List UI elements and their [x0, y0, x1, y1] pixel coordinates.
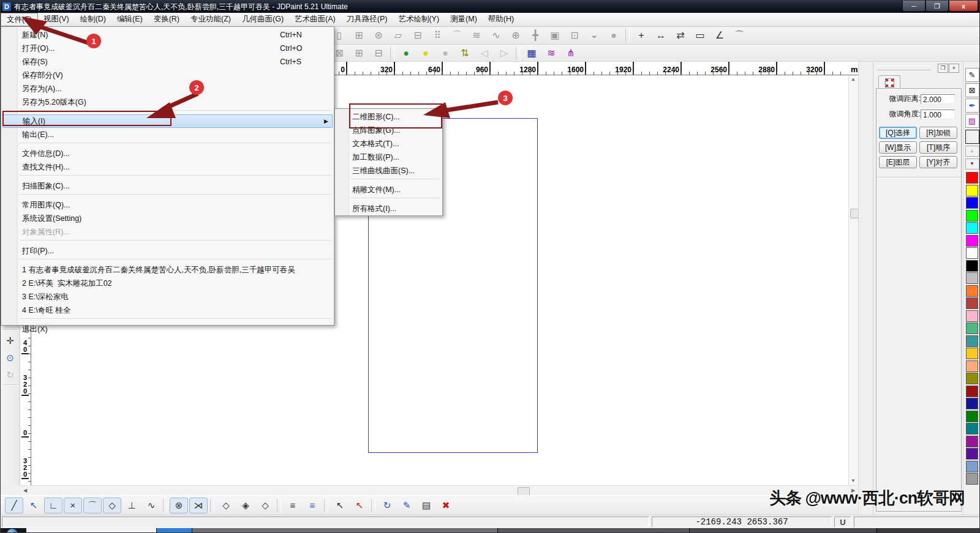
file-menu-item[interactable]: 另存为5.20版本(G): [1, 95, 334, 109]
file-menu-item[interactable]: [20, 110, 331, 113]
color-swatch[interactable]: [966, 247, 978, 259]
snap-tangent-icon[interactable]: ∿: [142, 498, 160, 513]
layer-current-icon[interactable]: ≡: [284, 498, 302, 513]
construct-icon[interactable]: ╋: [526, 28, 545, 43]
panel-mode-button[interactable]: [Q]选择: [879, 127, 917, 139]
scroll-up-icon[interactable]: ▲: [849, 75, 858, 84]
panel-mode-button[interactable]: [Y]对齐: [919, 156, 957, 168]
color-swatch[interactable]: [966, 197, 978, 209]
shear-icon[interactable]: ▱: [389, 28, 407, 43]
zoom-icon[interactable]: ⊙: [2, 349, 18, 365]
show-selected-bulb-icon[interactable]: ●: [417, 45, 435, 61]
file-menu-item[interactable]: 保存(S) Ctrl+S: [1, 55, 334, 69]
color-swatch[interactable]: [966, 310, 978, 322]
color-swatch[interactable]: [966, 423, 978, 434]
plane-center-icon[interactable]: ◇: [256, 498, 274, 513]
palette-down-icon[interactable]: ▼: [965, 158, 979, 170]
eyedropper-icon[interactable]: ✒: [965, 99, 979, 113]
file-menu-item[interactable]: 输入(I) ▶: [2, 114, 333, 128]
spline-icon[interactable]: ∿: [487, 28, 505, 43]
color-swatch[interactable]: [966, 411, 978, 422]
start-orb-icon[interactable]: [7, 529, 18, 533]
file-menu-item[interactable]: 新建(N) Ctrl+N: [1, 28, 334, 42]
menubar-item[interactable]: 艺术绘制(Y): [393, 13, 445, 26]
rotate-copy-icon[interactable]: ⊛: [369, 28, 388, 43]
color-swatch[interactable]: [966, 348, 978, 359]
verify-icon[interactable]: ✎: [398, 498, 416, 513]
color-swatch[interactable]: [966, 373, 978, 384]
delete-icon[interactable]: ✖: [437, 498, 455, 513]
point-measure-icon[interactable]: +: [632, 28, 650, 43]
distance-measure-icon[interactable]: ↔: [652, 28, 670, 43]
cursor-cancel-icon[interactable]: ↖: [350, 498, 369, 513]
snap-quadrant-icon[interactable]: ◇: [103, 498, 121, 513]
prev-view-icon[interactable]: ◁: [475, 45, 494, 61]
current-color-swatch[interactable]: [965, 130, 979, 144]
file-menu-item[interactable]: 另存为(A)...: [1, 82, 334, 95]
file-menu-item[interactable]: [20, 259, 331, 262]
panel-grip[interactable]: [877, 65, 931, 70]
palette-up-icon[interactable]: ▲: [965, 146, 979, 157]
angle-measure-icon[interactable]: ∠: [710, 28, 729, 43]
field-input[interactable]: 2.000: [921, 94, 955, 104]
next-view-icon[interactable]: ▷: [495, 45, 513, 61]
snap-button[interactable]: [371, 498, 375, 513]
swap-visibility-icon[interactable]: ⇅: [456, 45, 474, 61]
snap-button[interactable]: [324, 498, 328, 513]
menubar-item[interactable]: 编辑(E): [111, 13, 148, 26]
file-menu-item[interactable]: 2 E:\环美 实木雕花加工02: [1, 277, 334, 290]
submenu-item[interactable]: [351, 198, 440, 201]
toolbar-button[interactable]: [390, 46, 394, 61]
copy-layer-icon[interactable]: ⊞: [350, 45, 368, 61]
panel-close-button[interactable]: ×: [949, 64, 959, 73]
submenu-item[interactable]: 点阵图象(G)...: [335, 124, 442, 137]
pattern-fill-icon[interactable]: ▨: [965, 114, 979, 128]
panel-mode-button[interactable]: [W]显示: [879, 141, 917, 154]
color-swatch[interactable]: [966, 436, 978, 447]
menubar-item[interactable]: 帮助(H): [483, 13, 519, 26]
taskbar-item[interactable]: [157, 528, 192, 533]
taskbar-item[interactable]: [192, 528, 498, 533]
toolbar-button[interactable]: [516, 46, 520, 61]
taskbar-item[interactable]: [690, 528, 877, 533]
rotate-view-icon[interactable]: ↻: [2, 367, 18, 382]
file-menu-item[interactable]: 常用图库(Q)...: [1, 198, 334, 212]
file-menu-item[interactable]: 4 E:\奇旺 桂全: [1, 304, 334, 317]
move-layer-icon[interactable]: ⊟: [369, 45, 388, 61]
snap-grid-icon[interactable]: ⊗: [170, 498, 188, 513]
color-swatch[interactable]: [966, 272, 978, 284]
plane-xy-icon[interactable]: ◇: [217, 498, 235, 513]
scroll-right-icon[interactable]: ▶: [849, 486, 858, 494]
snap-intersection-icon[interactable]: ×: [64, 498, 82, 513]
snap-perpendicular-icon[interactable]: ⊥: [123, 498, 141, 513]
menubar-item[interactable]: 绘制(D): [75, 13, 111, 26]
arc-edit-icon[interactable]: ⌒: [448, 28, 466, 43]
file-menu-item[interactable]: 系统设置(Setting): [1, 212, 334, 225]
file-menu-item[interactable]: 扫描图象(C)...: [1, 179, 334, 193]
snap-arc-icon[interactable]: ⌒: [83, 498, 102, 513]
file-menu-item[interactable]: [20, 240, 331, 243]
layer-pick-icon[interactable]: ≡: [303, 498, 322, 513]
color-swatch[interactable]: [966, 235, 978, 247]
horizontal-scrollbar[interactable]: ◀ ▶: [20, 485, 858, 496]
snap-axis-icon[interactable]: ⋊: [189, 498, 208, 513]
snap-button[interactable]: [210, 498, 214, 513]
file-menu-item[interactable]: 打印(P)...: [1, 244, 334, 258]
list-icon[interactable]: ▤: [417, 498, 435, 513]
submenu-item[interactable]: 所有格式(I)...: [335, 202, 442, 215]
no-color-icon[interactable]: ⊠: [965, 83, 979, 97]
mirror-icon[interactable]: ◒: [585, 28, 603, 43]
tool-display-icon[interactable]: ⋔: [562, 45, 580, 61]
submenu-item[interactable]: 二维图形(C)...: [335, 110, 442, 124]
color-swatch[interactable]: [966, 448, 978, 460]
color-swatch[interactable]: [966, 461, 978, 472]
taskbar-item[interactable]: [26, 528, 157, 533]
menubar-item[interactable]: 刀具路径(P): [341, 13, 393, 26]
toolbar-button[interactable]: [625, 28, 630, 43]
color-swatch[interactable]: [966, 210, 978, 222]
panel-mode-button[interactable]: [E]图层: [879, 156, 917, 168]
file-menu-item[interactable]: 退出(X): [1, 322, 334, 336]
file-menu-item[interactable]: [20, 318, 331, 321]
restore-button[interactable]: ❐: [925, 1, 949, 12]
duplicate-icon[interactable]: ⊞: [350, 28, 368, 43]
